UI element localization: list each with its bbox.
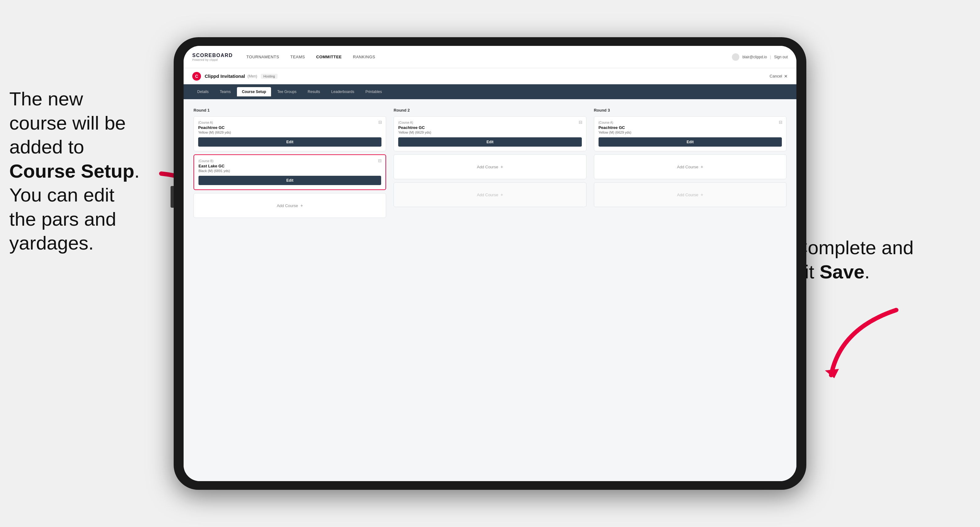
round-1-title: Round 1: [194, 108, 386, 113]
annotation-left: The new course will be added to Course S…: [9, 87, 170, 255]
tab-tee-groups[interactable]: Tee Groups: [272, 87, 301, 97]
round-3-course-a-edit[interactable]: Edit: [598, 137, 782, 147]
round-1-course-b-delete[interactable]: ⊟: [378, 158, 382, 163]
tournament-name: Clippd Invitational: [205, 73, 245, 79]
round-2-add-course-label: Add Course +: [477, 164, 503, 169]
sub-header: C Clippd Invitational (Men) Hosting Canc…: [184, 68, 796, 84]
clippd-logo: C: [192, 72, 201, 81]
nav-user: blair@clippd.io | Sign out: [732, 53, 788, 61]
nav-committee[interactable]: COMMITTEE: [316, 54, 342, 59]
round-3-add-course-active[interactable]: Add Course +: [594, 154, 786, 179]
round-2-title: Round 2: [393, 108, 586, 113]
tab-leaderboards[interactable]: Leaderboards: [326, 87, 359, 97]
tab-teams[interactable]: Teams: [215, 87, 236, 97]
round-3-course-a-delete[interactable]: ⊟: [779, 120, 783, 125]
scoreboard-logo: SCOREBOARD Powered by clippd: [192, 53, 233, 61]
tab-bar: Details Teams Course Setup Tee Groups Re…: [184, 84, 796, 99]
tab-details[interactable]: Details: [192, 87, 214, 97]
annotation-right: Complete and hit Save.: [794, 236, 943, 284]
round-2-course-a-card: ⊟ (Course A) Peachtree GC Yellow (M) (66…: [393, 116, 586, 151]
round-3-column: Round 3 ⊟ (Course A) Peachtree GC Yellow…: [594, 108, 786, 221]
user-avatar: [732, 53, 739, 61]
logo-subtitle: Powered by clippd: [192, 58, 233, 61]
add-course-plus-icon-5: +: [701, 192, 703, 197]
round-1-course-b-card: ⊟ (Course B) East Lake GC Black (M) (689…: [194, 154, 386, 190]
add-course-plus-icon: +: [301, 203, 303, 208]
round-1-course-b-edit[interactable]: Edit: [199, 176, 381, 185]
round-2-add-course-disabled: Add Course +: [393, 182, 586, 207]
round-3-add-course-disabled-label: Add Course +: [677, 192, 703, 197]
round-3-course-a-label: (Course A): [598, 121, 782, 124]
nav-rankings[interactable]: RANKINGS: [353, 54, 375, 59]
round-1-course-a-card: ⊟ (Course A) Peachtree GC Yellow (M) (66…: [194, 116, 386, 151]
tournament-division: (Men): [248, 74, 257, 78]
tablet-side-button: [170, 186, 174, 208]
round-3-course-a-name: Peachtree GC: [598, 125, 782, 130]
cancel-button[interactable]: Cancel ✕: [770, 74, 788, 79]
tab-printables[interactable]: Printables: [360, 87, 387, 97]
round-2-course-a-detail: Yellow (M) (6629 yds): [398, 130, 581, 134]
tab-results[interactable]: Results: [303, 87, 325, 97]
round-1-add-course[interactable]: Add Course +: [194, 193, 386, 218]
content-area: Round 1 ⊟ (Course A) Peachtree GC Yellow…: [184, 99, 796, 481]
nav-tournaments[interactable]: TOURNAMENTS: [247, 54, 279, 59]
round-3-course-a-detail: Yellow (M) (6629 yds): [598, 130, 782, 134]
round-1-column: Round 1 ⊟ (Course A) Peachtree GC Yellow…: [194, 108, 386, 221]
rounds-grid: Round 1 ⊟ (Course A) Peachtree GC Yellow…: [194, 108, 786, 221]
round-1-add-course-label: Add Course +: [277, 203, 303, 208]
round-2-column: Round 2 ⊟ (Course A) Peachtree GC Yellow…: [393, 108, 586, 221]
round-1-course-b-name: East Lake GC: [199, 163, 381, 168]
cancel-icon: ✕: [784, 74, 788, 79]
round-1-course-a-label: (Course A): [198, 121, 382, 124]
round-1-course-b-detail: Black (M) (6891 yds): [199, 169, 381, 173]
round-2-course-a-label: (Course A): [398, 121, 581, 124]
arrow-right-annotation: [822, 304, 909, 384]
add-course-plus-icon-2: +: [501, 164, 503, 169]
add-course-plus-icon-3: +: [501, 192, 503, 197]
round-2-add-course-active[interactable]: Add Course +: [393, 154, 586, 179]
round-1-course-a-detail: Yellow (M) (6629 yds): [198, 130, 382, 134]
sign-out-link[interactable]: Sign out: [774, 55, 788, 59]
round-3-add-course-label: Add Course +: [677, 164, 703, 169]
round-2-course-a-name: Peachtree GC: [398, 125, 581, 130]
round-2-course-a-edit[interactable]: Edit: [398, 137, 581, 147]
round-2-course-a-delete[interactable]: ⊟: [579, 120, 582, 125]
user-email: blair@clippd.io: [743, 55, 767, 59]
round-2-add-course-disabled-label: Add Course +: [477, 192, 503, 197]
round-3-title: Round 3: [594, 108, 786, 113]
round-3-add-course-disabled: Add Course +: [594, 182, 786, 207]
round-1-course-a-delete[interactable]: ⊟: [379, 120, 382, 125]
round-3-course-a-card: ⊟ (Course A) Peachtree GC Yellow (M) (66…: [594, 116, 786, 151]
round-1-course-a-name: Peachtree GC: [198, 125, 382, 130]
top-nav: SCOREBOARD Powered by clippd TOURNAMENTS…: [184, 46, 796, 68]
round-1-course-b-label: (Course B): [199, 159, 381, 163]
logo-title: SCOREBOARD: [192, 53, 233, 58]
tablet-screen: SCOREBOARD Powered by clippd TOURNAMENTS…: [184, 46, 796, 481]
hosting-badge: Hosting: [261, 74, 277, 79]
tablet-shell: SCOREBOARD Powered by clippd TOURNAMENTS…: [174, 37, 806, 490]
add-course-plus-icon-4: +: [701, 164, 703, 169]
nav-teams[interactable]: TEAMS: [290, 54, 305, 59]
round-1-course-a-edit[interactable]: Edit: [198, 137, 382, 147]
tab-course-setup[interactable]: Course Setup: [237, 87, 271, 97]
